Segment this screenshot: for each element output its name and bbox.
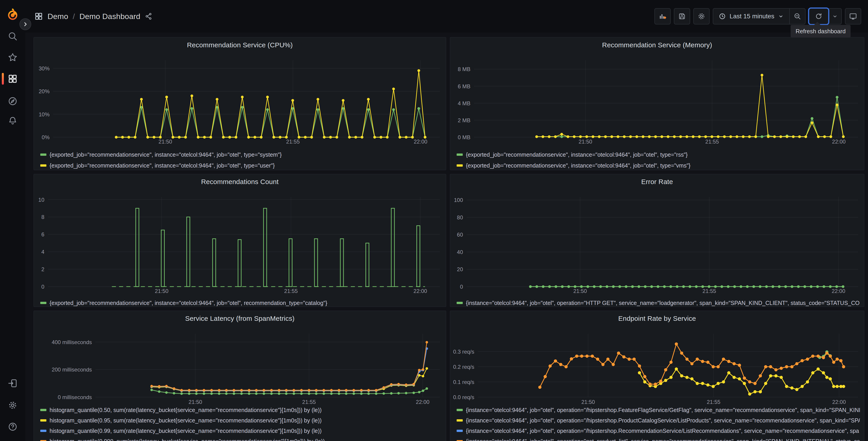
legend-label: {exported_job="recommendationservice", i… — [466, 151, 688, 158]
svg-text:400 milliseconds: 400 milliseconds — [52, 339, 92, 345]
panel-error-rate: Error Rate 21:5021:5522:00020406080100 {… — [450, 174, 864, 307]
legend-item[interactable]: {instance="otelcol:9464", job="otel", op… — [457, 406, 860, 414]
explore-compass-icon[interactable] — [0, 92, 25, 111]
svg-text:21:50: 21:50 — [159, 139, 172, 145]
legend-label: {instance="otelcol:9464", job="otel", op… — [466, 428, 859, 434]
refresh-icon — [815, 12, 823, 20]
legend-label: {instance="otelcol:9464", job="otel", op… — [466, 407, 860, 413]
legend-label: histogram_quantile(0.50, sum(rate(latenc… — [50, 407, 321, 413]
svg-text:60: 60 — [457, 232, 463, 238]
svg-text:10%: 10% — [39, 111, 50, 117]
legend-color-chip — [457, 440, 463, 441]
sidebar-expand-button[interactable] — [20, 18, 31, 30]
svg-text:22:00: 22:00 — [413, 288, 427, 294]
legend-item[interactable]: {instance="otelcol:9464", job="otel", op… — [457, 427, 860, 435]
legend-label: histogram_quantile(0.999, sum(rate(laten… — [50, 438, 325, 441]
alerting-bell-icon[interactable] — [0, 111, 25, 130]
svg-text:80: 80 — [457, 214, 463, 220]
legend-color-chip — [40, 164, 46, 167]
legend-color-chip — [457, 430, 463, 432]
time-range-controls: Last 15 minutes — [713, 8, 806, 25]
legend-color-chip — [40, 302, 46, 304]
settings-gear-icon[interactable] — [0, 396, 25, 415]
svg-text:6 MB: 6 MB — [458, 83, 470, 89]
svg-text:21:55: 21:55 — [302, 399, 316, 405]
monitor-icon — [849, 12, 857, 20]
legend-item[interactable]: {exported_job="recommendationservice", i… — [40, 299, 442, 307]
svg-text:0.0 req/s: 0.0 req/s — [453, 394, 474, 400]
header: Demo / Demo Dashboard — [25, 0, 868, 33]
search-icon[interactable] — [0, 27, 25, 46]
panel-recommendations-count: Recommendations Count 21:5021:5522:00024… — [33, 174, 446, 307]
legend-color-chip — [40, 430, 46, 432]
svg-text:8 MB: 8 MB — [458, 66, 470, 72]
legend-color-chip — [40, 153, 46, 156]
chart[interactable]: 21:5021:5522:000246810 — [34, 174, 446, 306]
svg-text:0.1 req/s: 0.1 req/s — [453, 379, 474, 385]
legend-item[interactable]: {instance="otelcol:9464", job="otel", op… — [457, 299, 860, 307]
save-dashboard-button[interactable] — [674, 8, 690, 25]
svg-text:22:00: 22:00 — [832, 288, 845, 294]
legend-color-chip — [40, 440, 46, 441]
legend-color-chip — [457, 409, 463, 411]
legend-label: {instance="otelcol:9464", job="otel", op… — [466, 438, 860, 441]
starred-icon[interactable] — [0, 48, 25, 67]
legend-color-chip — [457, 164, 463, 167]
legend-item[interactable]: histogram_quantile(0.999, sum(rate(laten… — [40, 437, 442, 441]
svg-text:21:55: 21:55 — [286, 139, 300, 145]
dashboard-settings-button[interactable] — [693, 8, 710, 25]
sign-in-icon[interactable] — [0, 374, 25, 393]
svg-text:20%: 20% — [39, 88, 50, 94]
svg-text:100: 100 — [454, 197, 463, 203]
help-icon[interactable] — [0, 417, 25, 436]
svg-text:4: 4 — [41, 249, 44, 255]
clock-icon — [719, 13, 726, 20]
panel-recommendation-memory: Recommendation Service (Memory) 21:5021:… — [450, 37, 864, 170]
chart[interactable]: 21:5021:5522:000%10%20%30% — [34, 37, 446, 170]
svg-text:0.2 req/s: 0.2 req/s — [453, 364, 474, 370]
share-icon[interactable] — [145, 12, 153, 20]
chevron-down-icon — [832, 13, 838, 19]
svg-text:22:00: 22:00 — [414, 139, 428, 145]
legend-item[interactable]: histogram_quantile(0.50, sum(rate(latenc… — [40, 406, 442, 414]
legend-color-chip — [457, 153, 463, 156]
legend-item[interactable]: {exported_job="recommendationservice", i… — [457, 151, 860, 158]
svg-text:21:50: 21:50 — [581, 399, 595, 405]
time-range-picker[interactable]: Last 15 minutes — [713, 9, 789, 24]
legend-color-chip — [457, 419, 463, 421]
legend-item[interactable]: histogram_quantile(0.95, sum(rate(latenc… — [40, 416, 442, 424]
breadcrumb-separator: / — [73, 12, 75, 21]
legend-item[interactable]: {exported_job="recommendationservice", i… — [40, 161, 442, 169]
zoom-out-time-button[interactable] — [790, 9, 805, 24]
legend-item[interactable]: {exported_job="recommendationservice", i… — [40, 151, 442, 158]
svg-text:2: 2 — [41, 266, 44, 272]
svg-text:0: 0 — [41, 284, 44, 290]
legend-item[interactable]: {instance="otelcol:9464", job="otel", op… — [457, 437, 860, 441]
legend-item[interactable]: histogram_quantile(0.99, sum(rate(latenc… — [40, 427, 442, 435]
svg-text:22:00: 22:00 — [832, 139, 846, 145]
chart[interactable]: 21:5021:5522:00020406080100 — [450, 174, 864, 306]
refresh-interval-dropdown[interactable] — [829, 9, 841, 24]
legend-color-chip — [40, 419, 46, 421]
panel-recommendation-cpu: Recommendation Service (CPU%) 21:5021:55… — [33, 37, 446, 170]
cycle-view-mode-button[interactable] — [845, 8, 861, 25]
refresh-controls — [809, 8, 842, 25]
svg-text:0 MB: 0 MB — [458, 134, 470, 140]
legend-item[interactable]: {exported_job="recommendationservice", i… — [457, 161, 860, 169]
legend-label: {exported_job="recommendationservice", i… — [50, 151, 282, 158]
breadcrumb: Demo / Demo Dashboard — [34, 12, 153, 21]
legend-label: histogram_quantile(0.99, sum(rate(latenc… — [50, 428, 321, 434]
svg-text:0 milliseconds: 0 milliseconds — [58, 394, 92, 400]
svg-text:40: 40 — [457, 249, 463, 255]
svg-text:0: 0 — [460, 284, 463, 290]
dashboards-icon[interactable] — [0, 69, 25, 88]
legend-label: {exported_job="recommendationservice", i… — [50, 162, 275, 169]
legend-item[interactable]: {instance="otelcol:9464", job="otel", op… — [457, 416, 860, 424]
breadcrumb-folder[interactable]: Demo — [48, 12, 68, 21]
svg-text:0%: 0% — [42, 134, 50, 140]
add-panel-button[interactable] — [654, 8, 671, 25]
legend-color-chip — [457, 302, 463, 304]
chart[interactable]: 21:5021:5522:000 MB2 MB4 MB6 MB8 MB — [450, 37, 864, 170]
legend-label: {instance="otelcol:9464", job="otel", op… — [466, 300, 860, 306]
legend-color-chip — [40, 409, 46, 411]
